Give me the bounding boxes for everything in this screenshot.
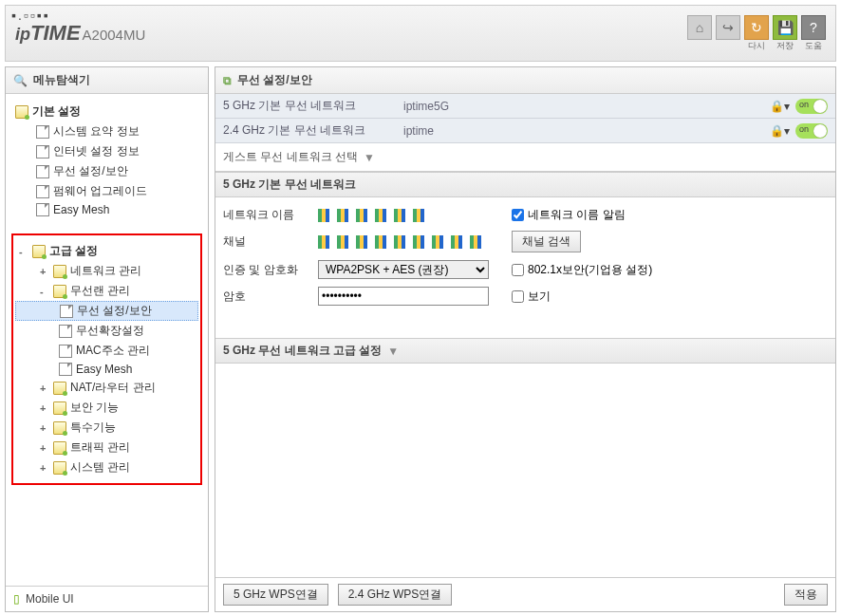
brand-time: TIME — [30, 21, 81, 45]
model-label: A2004MU — [83, 27, 146, 43]
broadcast-label: 네트워크 이름 알림 — [528, 207, 626, 223]
lock-icon: 🔒▾ — [770, 124, 790, 138]
advanced-section-title[interactable]: 5 GHz 무선 네트워크 고급 설정 ▼ — [215, 338, 835, 364]
home-button[interactable]: ⌂ — [687, 15, 712, 40]
mobile-ui-label: Mobile UI — [26, 592, 74, 606]
broadcast-checkbox[interactable] — [512, 209, 524, 221]
folder-icon — [53, 421, 66, 435]
network-row-5g[interactable]: 5 GHz 기본 무선 네트워크 iptime5G 🔒▾ on — [215, 94, 835, 119]
page-icon — [60, 305, 73, 318]
page-icon — [59, 345, 72, 358]
logo: ipTIME A2004MU — [15, 21, 145, 46]
wps-24g-button[interactable]: 2.4 GHz WPS연결 — [338, 584, 453, 606]
folder-icon — [53, 401, 66, 415]
tree-basic-1[interactable]: 인터넷 설정 정보 — [11, 141, 202, 161]
mobile-icon: ▯ — [13, 592, 20, 606]
app-header: ipTIME A2004MU ⌂ ↪ ↻다시 💾저장 ?도움 — [5, 5, 836, 62]
tree-adv-1-0[interactable]: 무선 설정/보안 — [15, 301, 198, 321]
page-icon — [36, 145, 49, 159]
net-5g-ssid: iptime5G — [403, 100, 770, 113]
tree-adv-6[interactable]: +시스템 관리 — [15, 457, 198, 477]
tree-adv-1-2[interactable]: MAC주소 관리 — [15, 341, 198, 361]
toggle-5g[interactable]: on — [795, 99, 828, 114]
guest-label: 게스트 무선 네트워크 선택 — [223, 149, 358, 165]
channel-scan-button[interactable]: 채널 검색 — [512, 231, 581, 252]
logout-button[interactable]: ↪ — [716, 15, 740, 40]
tree-adv-1[interactable]: -무선랜 관리 — [15, 281, 198, 301]
dot1x-checkbox[interactable] — [512, 264, 524, 276]
tree-adv-1-1[interactable]: 무선확장설정 — [15, 321, 198, 341]
tree-adv-5[interactable]: +트래픽 관리 — [15, 438, 198, 457]
page-icon — [36, 125, 49, 139]
folder-icon — [53, 441, 66, 455]
tree-adv-2[interactable]: +NAT/라우터 관리 — [15, 378, 198, 398]
tree-basic-4[interactable]: Easy Mesh — [11, 201, 202, 218]
tree-adv-4[interactable]: +특수기능 — [15, 418, 198, 438]
chevron-down-icon: ▼ — [364, 151, 375, 164]
help-button[interactable]: ? — [801, 15, 826, 40]
page-icon — [59, 325, 72, 338]
tree-adv-3[interactable]: +보안 기능 — [15, 398, 198, 418]
highlight-box: -고급 설정 +네트워크 관리 -무선랜 관리 무선 설정/보안 무선확장설정 … — [11, 233, 202, 485]
overlap-icon: ⧉ — [223, 74, 232, 87]
form-area: 네트워크 이름 네트워크 이름 알림 채널 채널 검색 인증 및 암호화 WP — [215, 197, 835, 315]
sidebar-title: 메뉴탐색기 — [33, 72, 90, 88]
wps-5g-button[interactable]: 5 GHz WPS연결 — [223, 584, 328, 606]
folder-icon — [32, 245, 46, 258]
apply-button[interactable]: 적용 — [784, 584, 828, 606]
guest-network-row[interactable]: 게스트 무선 네트워크 선택 ▼ — [215, 143, 835, 172]
tree-adv-1-3[interactable]: Easy Mesh — [15, 361, 198, 378]
auth-label: 인증 및 암호화 — [223, 262, 318, 278]
sidebar-footer[interactable]: ▯ Mobile UI — [6, 586, 208, 611]
reload-label: 다시 — [748, 40, 765, 52]
tree-adv-0[interactable]: +네트워크 관리 — [15, 261, 198, 281]
search-icon: 🔍 — [13, 74, 28, 87]
reload-button[interactable]: ↻ — [744, 15, 769, 40]
password-input[interactable] — [318, 287, 489, 306]
folder-icon — [53, 382, 66, 395]
save-button[interactable]: 💾 — [773, 15, 797, 40]
toggle-24g[interactable]: on — [795, 123, 828, 139]
content-title-row: ⧉ 무선 설정/보안 — [215, 67, 835, 94]
channel-value — [318, 235, 489, 249]
password-label: 암호 — [223, 289, 318, 305]
content-panel: ⧉ 무선 설정/보안 5 GHz 기본 무선 네트워크 iptime5G 🔒▾ … — [215, 66, 836, 612]
window-dots: ▪.▫▫▪▪ — [11, 8, 50, 23]
brand-ip: ip — [15, 25, 30, 44]
section-5g-title: 5 GHz 기본 무선 네트워크 — [215, 172, 835, 197]
content-footer: 5 GHz WPS연결 2.4 GHz WPS연결 적용 — [215, 577, 835, 611]
save-label: 저장 — [776, 40, 794, 52]
folder-icon — [53, 285, 66, 298]
tree-basic[interactable]: 기본 설정 — [11, 102, 202, 121]
chevron-down-icon: ▼ — [387, 345, 399, 358]
sidebar-title-row: 🔍 메뉴탐색기 — [6, 67, 208, 94]
page-icon — [36, 185, 49, 198]
lock-icon: 🔒▾ — [770, 100, 790, 113]
folder-icon — [53, 461, 66, 475]
page-icon — [59, 363, 72, 376]
folder-icon — [15, 105, 28, 119]
nav-tree: 기본 설정 시스템 요약 정보 인터넷 설정 정보 무선 설정/보안 펌웨어 업… — [6, 94, 208, 586]
show-password-label: 보기 — [528, 289, 551, 305]
tree-basic-0[interactable]: 시스템 요약 정보 — [11, 121, 202, 141]
tree-basic-2[interactable]: 무선 설정/보안 — [11, 161, 202, 181]
show-password-checkbox[interactable] — [512, 290, 524, 303]
tree-basic-3[interactable]: 펌웨어 업그레이드 — [11, 181, 202, 201]
net-24g-label: 2.4 GHz 기본 무선 네트워크 — [223, 122, 403, 139]
page-icon — [36, 203, 49, 216]
auth-select[interactable]: WPA2PSK + AES (권장) — [318, 260, 489, 279]
net-24g-ssid: iptime — [403, 124, 770, 138]
netname-label: 네트워크 이름 — [223, 207, 318, 223]
netname-value — [318, 209, 432, 222]
channel-label: 채널 — [223, 233, 318, 250]
tree-adv[interactable]: -고급 설정 — [15, 241, 198, 261]
network-row-24g[interactable]: 2.4 GHz 기본 무선 네트워크 iptime 🔒▾ on — [215, 119, 835, 143]
folder-icon — [53, 265, 66, 278]
net-5g-label: 5 GHz 기본 무선 네트워크 — [223, 98, 403, 114]
sidebar: 🔍 메뉴탐색기 기본 설정 시스템 요약 정보 인터넷 설정 정보 무선 설정/… — [5, 66, 209, 612]
dot1x-label: 802.1x보안(기업용 설정) — [528, 262, 652, 278]
page-icon — [36, 165, 49, 178]
content-title: 무선 설정/보안 — [237, 72, 312, 88]
help-label: 도움 — [805, 40, 822, 52]
